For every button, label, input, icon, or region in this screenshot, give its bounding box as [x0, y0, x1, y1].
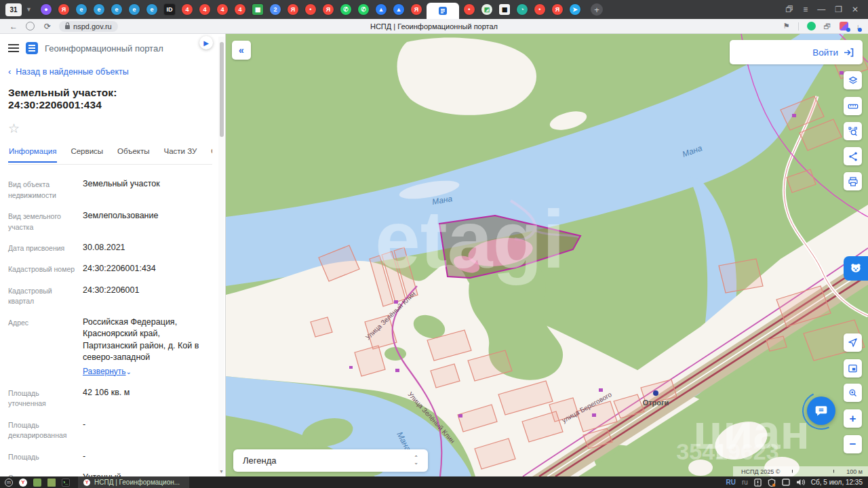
search-by-area-button[interactable]: [844, 122, 862, 140]
browser-tab[interactable]: е: [94, 4, 104, 15]
bookmark-flag-icon[interactable]: ⚑: [783, 22, 790, 30]
minimap-button[interactable]: [844, 359, 862, 378]
files-icon[interactable]: [47, 479, 56, 487]
zoom-in-button[interactable]: +: [844, 409, 862, 428]
legend-expand-icon[interactable]: ⌃⌄: [414, 456, 418, 465]
new-tab-button[interactable]: +: [591, 3, 603, 16]
my-location-button[interactable]: [844, 333, 862, 352]
zoom-out-button[interactable]: −: [844, 435, 862, 453]
browser-tab[interactable]: 4: [199, 4, 210, 15]
volume-icon[interactable]: [796, 479, 805, 486]
print-button[interactable]: [844, 172, 862, 190]
browser-tab[interactable]: 4: [217, 4, 228, 15]
browser-tab[interactable]: е: [76, 4, 87, 15]
close-button[interactable]: ✕: [852, 5, 859, 14]
back-icon[interactable]: ←: [9, 22, 18, 31]
layout-indicator-secondary[interactable]: ru: [742, 479, 748, 486]
browser-tab[interactable]: ▲: [393, 4, 404, 15]
panel-tab-3[interactable]: Объекты: [117, 144, 150, 161]
extensions-icon[interactable]: 🗗: [824, 22, 831, 30]
browser-tab[interactable]: Я: [58, 4, 69, 15]
browser-tab[interactable]: Я: [323, 4, 334, 15]
reload-icon[interactable]: ⟳: [44, 22, 51, 31]
collections-icon[interactable]: [840, 22, 848, 30]
browser-tab[interactable]: •: [464, 4, 475, 15]
watermark-number: 35419623: [676, 439, 778, 464]
ruler-button[interactable]: [844, 97, 862, 115]
browser-tab[interactable]: ID: [164, 4, 175, 15]
tab-list-chevron-icon[interactable]: ▼: [26, 6, 32, 13]
panel-tab-1[interactable]: Информация: [8, 144, 57, 163]
terminal-icon[interactable]: ›_: [62, 479, 70, 487]
address-bar[interactable]: nspd.gov.ru: [59, 21, 118, 32]
browser-tab[interactable]: •: [534, 4, 545, 15]
field-label: Адрес: [8, 317, 76, 378]
downloads-icon[interactable]: ↓: [856, 22, 861, 30]
scrollbar-down-arrow[interactable]: ▼: [218, 469, 224, 474]
collapse-panel-button[interactable]: «: [232, 41, 251, 60]
tabs-scroll-right-button[interactable]: ▶: [199, 36, 213, 49]
url-text[interactable]: nspd.gov.ru: [73, 22, 112, 30]
zoom-to-area-button[interactable]: [844, 384, 862, 402]
browser-tab[interactable]: ▦: [252, 4, 263, 15]
maximize-button[interactable]: ❐: [835, 5, 842, 14]
assistant-bear-button[interactable]: [844, 256, 868, 281]
display-icon[interactable]: [782, 479, 790, 486]
login-icon: [844, 48, 854, 57]
scrollbar-thumb[interactable]: [220, 42, 224, 137]
browser-toolbar: ← ⟳ nspd.gov.ru НСПД | Геоинформационный…: [0, 19, 868, 34]
browser-tab[interactable]: Я: [288, 4, 298, 15]
login-button[interactable]: Войти: [730, 40, 863, 64]
field-value: Земельный участок: [83, 178, 212, 201]
browser-tab[interactable]: ✆: [358, 4, 369, 15]
layers-button[interactable]: [844, 71, 862, 89]
menu-icon[interactable]: [8, 44, 19, 52]
notifications-icon[interactable]: [754, 479, 762, 487]
panel-scrollbar[interactable]: ▼: [218, 37, 224, 474]
layout-indicator[interactable]: RU: [726, 479, 736, 486]
panel-tab-2[interactable]: Сервисы: [70, 144, 104, 161]
minimize-button[interactable]: —: [817, 5, 825, 14]
browser-tab[interactable]: ●: [41, 4, 52, 15]
browser-tab[interactable]: 4: [235, 4, 245, 15]
browser-tab[interactable]: Я: [411, 4, 422, 15]
browser-menu-icon[interactable]: ≡: [803, 5, 808, 14]
browser-tab[interactable]: ◔: [517, 4, 528, 15]
favorite-star-icon[interactable]: ☆: [8, 121, 212, 136]
app-menu-icon[interactable]: m: [5, 479, 13, 487]
browser-tab[interactable]: •: [305, 4, 316, 15]
toolbar-divider: [798, 22, 799, 30]
browser-tab[interactable]: ✆: [340, 4, 351, 15]
clock[interactable]: Сб, 5 июл, 12:35: [811, 479, 863, 486]
browser-tab[interactable]: 2: [270, 4, 281, 15]
browser-tab[interactable]: ◩: [481, 4, 492, 15]
yandex-browser-icon[interactable]: Y: [19, 479, 27, 487]
protect-icon[interactable]: [807, 22, 816, 30]
security-shield-icon[interactable]: [768, 479, 776, 487]
app-icon-green[interactable]: [33, 479, 41, 487]
panel-tab-5[interactable]: Состав: [210, 144, 212, 161]
browser-tab[interactable]: ▲: [376, 4, 387, 15]
browser-tab[interactable]: ▦: [499, 4, 510, 15]
pinned-tab-counter[interactable]: 31: [5, 3, 22, 16]
back-to-results-link[interactable]: ‹ Назад в найденные объекты: [8, 66, 212, 77]
profile-icon[interactable]: [26, 22, 35, 30]
expand-address-link[interactable]: Развернуть ⌄: [83, 366, 132, 378]
browser-tab[interactable]: е: [129, 4, 140, 15]
active-tab[interactable]: [427, 3, 459, 19]
browser-tab[interactable]: е: [146, 4, 157, 15]
side-panel-icon[interactable]: 🗇: [785, 5, 793, 14]
tabs-after: •◩▦◔•Я➤: [460, 0, 584, 19]
chat-button[interactable]: [807, 396, 835, 425]
map-canvas[interactable]: etagi циан 35419623 Мана Мана Мана Улица…: [226, 34, 868, 476]
taskbar-window-button[interactable]: Y НСПД | Геоинформацион...: [78, 476, 189, 488]
share-button[interactable]: [844, 147, 862, 165]
browser-tab[interactable]: Я: [552, 4, 563, 15]
fields-list: Вид объекта недвижимостиЗемельный участо…: [8, 178, 212, 488]
legend-bar[interactable]: Легенда ⌃⌄: [233, 449, 428, 472]
panel-tab-4[interactable]: Части ЗУ: [163, 144, 198, 161]
browser-tab[interactable]: ➤: [570, 4, 580, 15]
browser-tab[interactable]: 4: [182, 4, 193, 15]
browser-tab[interactable]: е: [111, 4, 122, 15]
yandex-icon: Y: [83, 479, 90, 486]
